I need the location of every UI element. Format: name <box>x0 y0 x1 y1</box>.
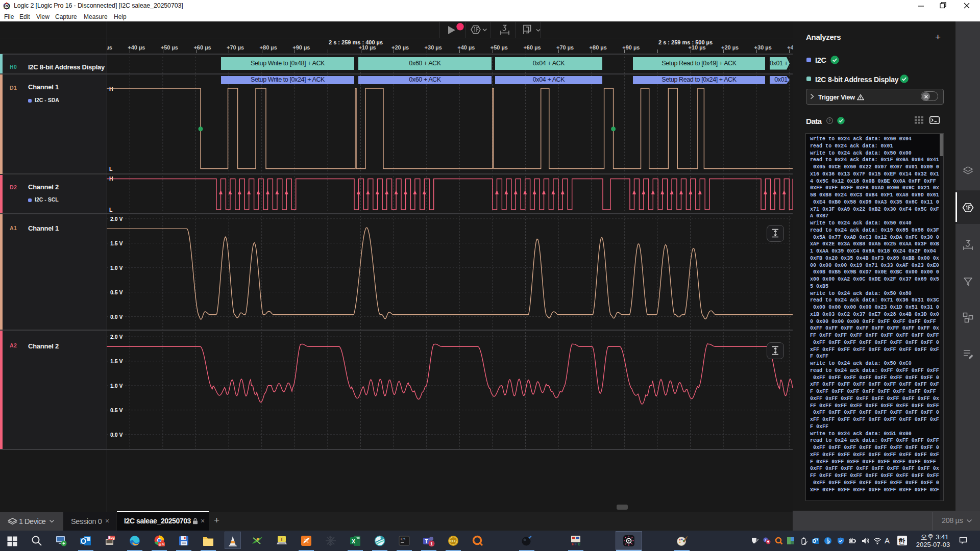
svg-text:C: C <box>578 542 580 546</box>
svg-text:Bug: Bug <box>108 536 115 540</box>
svg-text:H: H <box>572 542 574 546</box>
svg-text:?: ? <box>828 118 831 123</box>
svg-text:X: X <box>352 538 355 544</box>
svg-text:CFG: CFG <box>450 539 457 543</box>
svg-text:C:\: C:\ <box>401 537 405 541</box>
svg-text:1: 1 <box>430 541 433 546</box>
svg-text:F: F <box>575 542 577 546</box>
svg-text:승혁: 승혁 <box>159 543 165 546</box>
svg-text:T: T <box>280 537 283 542</box>
svg-text:T: T <box>425 539 428 544</box>
